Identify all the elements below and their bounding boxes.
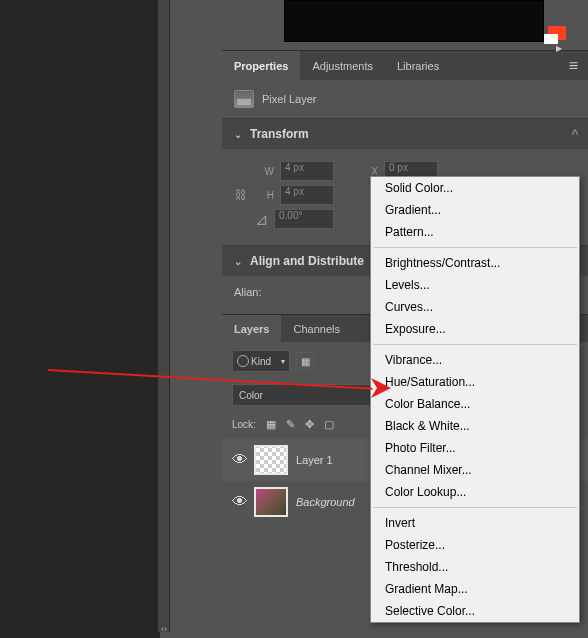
height-label: H [254, 190, 274, 201]
angle-input[interactable]: 0.00° [274, 209, 334, 229]
layer-name[interactable]: Layer 1 [296, 454, 333, 466]
tab-adjustments[interactable]: Adjustments [300, 51, 385, 80]
visibility-eye-icon[interactable]: 👁 [232, 493, 246, 511]
menu-item-exposure[interactable]: Exposure... [371, 318, 579, 340]
menu-item-selective-color[interactable]: Selective Color... [371, 600, 579, 622]
menu-item-brightness-contrast[interactable]: Brightness/Contrast... [371, 252, 579, 274]
menu-item-channel-mixer[interactable]: Channel Mixer... [371, 459, 579, 481]
menu-item-curves[interactable]: Curves... [371, 296, 579, 318]
layer-thumbnail[interactable] [254, 445, 288, 475]
layer-type-section: Pixel Layer [222, 80, 588, 118]
filter-pixel-icon[interactable]: ▦ [296, 352, 314, 370]
menu-item-invert[interactable]: Invert [371, 512, 579, 534]
x-label: X [358, 166, 378, 177]
canvas-dark-area [0, 0, 160, 638]
lock-artboard-icon[interactable]: ▢ [324, 418, 334, 431]
navigator-play-icon[interactable]: ▶ [556, 44, 562, 53]
visibility-eye-icon[interactable]: 👁 [232, 451, 246, 469]
menu-item-color-lookup[interactable]: Color Lookup... [371, 481, 579, 503]
menu-item-solid-color[interactable]: Solid Color... [371, 177, 579, 199]
menu-separator [373, 247, 577, 248]
background-color-swatch[interactable] [544, 34, 558, 44]
document-thumbnail [284, 0, 544, 42]
collapse-chevron-icon[interactable]: ‹› [158, 624, 170, 634]
layer-name[interactable]: Background [296, 496, 355, 508]
filter-kind-select[interactable]: Kind [232, 350, 290, 372]
menu-separator [373, 344, 577, 345]
adjustment-context-menu: Solid Color...Gradient...Pattern...Brigh… [370, 176, 580, 623]
menu-separator [373, 507, 577, 508]
document-preview-area: ▶ [222, 0, 588, 50]
lock-transparency-icon[interactable]: ▦ [266, 418, 276, 431]
transform-header[interactable]: ⌄ Transform ^ [222, 118, 588, 149]
chevron-down-icon: ⌄ [234, 129, 242, 140]
annotation-arrow-head [371, 378, 393, 400]
link-icon[interactable]: ⛓ [234, 188, 248, 202]
menu-item-threshold[interactable]: Threshold... [371, 556, 579, 578]
menu-item-posterize[interactable]: Posterize... [371, 534, 579, 556]
panel-rail-gap [170, 0, 188, 632]
width-label: W [254, 166, 274, 177]
properties-tab-bar: Properties Adjustments Libraries ≡ [222, 50, 588, 80]
transform-title: Transform [250, 127, 309, 141]
menu-item-vibrance[interactable]: Vibrance... [371, 349, 579, 371]
svg-marker-0 [371, 378, 391, 398]
menu-item-black-white[interactable]: Black & White... [371, 415, 579, 437]
pixel-layer-icon [234, 90, 254, 108]
menu-item-levels[interactable]: Levels... [371, 274, 579, 296]
tab-layers[interactable]: Layers [222, 315, 281, 342]
lock-paint-icon[interactable]: ✎ [286, 418, 295, 431]
menu-item-color-balance[interactable]: Color Balance... [371, 393, 579, 415]
panel-rail [158, 0, 170, 632]
tab-properties[interactable]: Properties [222, 51, 300, 80]
menu-item-photo-filter[interactable]: Photo Filter... [371, 437, 579, 459]
align-label: Alian: [234, 286, 262, 298]
tab-channels[interactable]: Channels [281, 315, 351, 342]
height-input[interactable]: 4 px [280, 185, 334, 205]
align-title: Align and Distribute [250, 254, 364, 268]
angle-icon: ⊿ [254, 210, 268, 229]
width-input[interactable]: 4 px [280, 161, 334, 181]
panel-menu-icon[interactable]: ≡ [559, 51, 588, 80]
menu-item-gradient[interactable]: Gradient... [371, 199, 579, 221]
menu-item-pattern[interactable]: Pattern... [371, 221, 579, 243]
layer-thumbnail[interactable] [254, 487, 288, 517]
section-scroll-icon: ^ [568, 127, 582, 141]
menu-item-gradient-map[interactable]: Gradient Map... [371, 578, 579, 600]
tab-libraries[interactable]: Libraries [385, 51, 451, 80]
lock-position-icon[interactable]: ✥ [305, 418, 314, 431]
chevron-down-icon: ⌄ [234, 256, 242, 267]
layer-type-label: Pixel Layer [262, 93, 316, 105]
lock-label: Lock: [232, 419, 256, 430]
menu-item-hue-saturation[interactable]: Hue/Saturation... [371, 371, 579, 393]
